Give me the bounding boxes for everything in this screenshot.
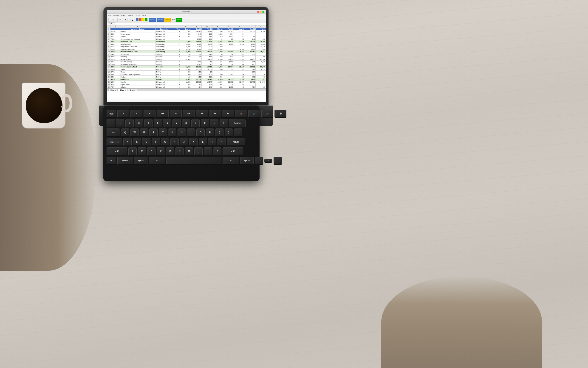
preset-btn3[interactable]: Preset — [164, 18, 171, 22]
cell-8-mar16[interactable]: 380 — [212, 46, 223, 48]
key-backslash[interactable]: \ — [234, 129, 242, 137]
sheet-tab-1[interactable]: Sheet 1 — [108, 89, 118, 91]
cell-10-mar16[interactable]: 14,600 — [212, 50, 223, 53]
cell-4-apr16[interactable]: 1,850 — [223, 35, 234, 38]
cell-6-jan16[interactable]: 16,646 — [191, 40, 202, 43]
cell-21-name[interactable]: Other Total — [120, 78, 155, 81]
cell-23-jul16[interactable] — [256, 83, 266, 86]
cell-5-may16[interactable]: 458 — [234, 38, 245, 40]
cell-23-unit[interactable]: 0 — [173, 83, 180, 86]
key-arrow-right[interactable]: → — [274, 157, 282, 165]
cell-19-apr16[interactable]: 500 — [223, 73, 234, 76]
cell-3-unit[interactable]: 0 — [173, 33, 180, 35]
cell-1-jul16[interactable]: Jul-16 — [256, 28, 266, 30]
col-f[interactable]: F — [191, 26, 202, 28]
sheet-tab-2[interactable]: Sheet 2 — [118, 89, 127, 91]
cell-16-no[interactable]: 06342 — [110, 66, 120, 68]
cell-22-jun16[interactable]: 20,775 — [245, 81, 256, 83]
cell-4-jul16[interactable]: 133 — [256, 35, 266, 38]
cell-20-apr16[interactable] — [223, 76, 234, 78]
cell-6-cat[interactable]: 1-Personnal — [155, 40, 173, 43]
cell-21-unit[interactable]: 2 — [173, 78, 180, 81]
cell-19-mar16[interactable]: 200 — [212, 73, 223, 76]
cell-22-jul16[interactable]: 24,760 — [256, 81, 266, 83]
cell-3-jun16[interactable] — [245, 33, 256, 35]
cell-19-may16[interactable]: 100 — [234, 73, 245, 76]
key-f1[interactable]: ⌘ — [117, 110, 129, 118]
cell-14-dec15[interactable] — [180, 61, 191, 63]
cell-5-apr16[interactable]: 23 — [223, 38, 234, 40]
cell-15-cat[interactable]: 3-Commu — [155, 63, 173, 66]
key-f7[interactable]: ⏮ — [196, 110, 208, 118]
cell-22-cat[interactable]: 1-Personnal — [155, 81, 173, 83]
cell-17-mar16[interactable]: 2,000 — [212, 68, 223, 71]
key-esc[interactable]: esc — [106, 110, 116, 118]
cell-8-feb16[interactable]: 900 — [202, 46, 212, 48]
key-f6[interactable]: ☀☀ — [183, 110, 195, 118]
cell-4-mar16[interactable]: 519 — [212, 35, 223, 38]
cell-14-cat[interactable]: 3-Commu — [155, 61, 173, 63]
cell-17-feb16[interactable]: 15,000 — [202, 68, 212, 71]
cell-15-jul16[interactable] — [256, 63, 266, 66]
cell-16-jul16[interactable]: 56,965 — [256, 66, 266, 68]
cell-15-dec15[interactable] — [180, 63, 191, 66]
cell-11-cat[interactable]: 3-Commu — [155, 53, 173, 55]
cell-14-feb16[interactable]: 12 — [202, 61, 212, 63]
cell-22-jan16[interactable]: 13,565 — [191, 81, 202, 83]
key-h[interactable]: H — [170, 138, 179, 146]
cell-4-name[interactable]: Salaries — [120, 35, 155, 38]
cell-16-mar16[interactable]: 16,505 — [212, 66, 223, 68]
bold-btn[interactable]: B — [124, 18, 127, 22]
key-u[interactable]: U — [178, 129, 186, 137]
col-e[interactable]: E — [180, 26, 191, 28]
cell-4-feb16[interactable]: 178 — [202, 35, 212, 38]
cell-12-dec15[interactable]: 522 — [180, 55, 191, 58]
cell-13-mar16[interactable]: 14,093 — [212, 58, 223, 61]
cell-7-unit[interactable]: 2 — [173, 43, 180, 46]
col-a[interactable]: A — [110, 26, 120, 28]
cell-2-apr16[interactable]: 16,392 — [223, 30, 234, 33]
cell-14-no[interactable]: 32564 — [110, 61, 120, 63]
color-btn1[interactable] — [136, 18, 138, 21]
cell-21-mar16[interactable]: 16,525 — [212, 78, 223, 81]
cell-5-mar16[interactable]: 90 — [212, 38, 223, 40]
cell-4-unit[interactable]: 0 — [173, 35, 180, 38]
cell-11-mar16[interactable]: 233 — [212, 53, 223, 55]
cell-13-name[interactable]: Web Advertising — [120, 58, 155, 61]
cell-11-dec15[interactable]: 1,239 — [180, 53, 191, 55]
cell-18-feb16[interactable]: 14 — [202, 71, 212, 73]
cell-21-no[interactable]: 35151 — [110, 78, 120, 81]
cell-18-dec15[interactable]: 200 — [180, 71, 191, 73]
cell-11-jun16[interactable]: 356 — [245, 53, 256, 55]
cell-1-no[interactable] — [110, 28, 120, 30]
cell-16-apr16[interactable]: 13,904 — [223, 66, 234, 68]
cell-6-name[interactable]: Personnel Total — [120, 40, 155, 43]
cell-24-name[interactable]: Salaries — [120, 86, 155, 88]
cell-17-no[interactable]: 89063 — [110, 68, 120, 71]
cell-4-jun16[interactable]: 764 — [245, 35, 256, 38]
cell-7-jan16[interactable]: 2,300 — [191, 43, 202, 46]
cell-8-no[interactable]: 10567 — [110, 46, 120, 48]
cell-24-dec15[interactable]: 521 — [180, 86, 191, 88]
cell-11-name[interactable]: Promotions — [120, 53, 155, 55]
preset-btn2[interactable]: Preset 3 — [157, 18, 164, 22]
cell-14-unit[interactable]: 0 — [173, 61, 180, 63]
cell-7-jun16[interactable]: 1,500 — [245, 43, 256, 46]
cell-21-apr16[interactable]: 13,375 — [223, 78, 234, 81]
cell-18-jun16[interactable]: 207 — [245, 71, 256, 73]
preset-btn1[interactable]: Preset 2 — [149, 18, 156, 22]
key-8[interactable]: 8 — [182, 119, 190, 127]
cell-12-mar16[interactable]: 323 — [212, 55, 223, 58]
cell-19-jun16[interactable]: 500 — [245, 73, 256, 76]
cell-13-no[interactable]: 95235 — [110, 58, 120, 61]
cell-19-feb16[interactable]: 100 — [202, 73, 212, 76]
cell-13-jul16[interactable]: 45,780 — [256, 58, 266, 61]
cell-10-no[interactable]: 17695 — [110, 50, 120, 53]
key-control[interactable]: control — [117, 157, 133, 165]
cell-10-unit[interactable]: 3 — [173, 50, 180, 53]
cell-23-no[interactable]: 35246 — [110, 83, 120, 86]
key-f9[interactable]: ⏭ — [222, 110, 234, 118]
cell-2-no[interactable]: 10460 — [110, 30, 120, 33]
cell-20-dec15[interactable]: 100 — [180, 76, 191, 78]
cell-20-name[interactable]: Postage — [120, 76, 155, 78]
